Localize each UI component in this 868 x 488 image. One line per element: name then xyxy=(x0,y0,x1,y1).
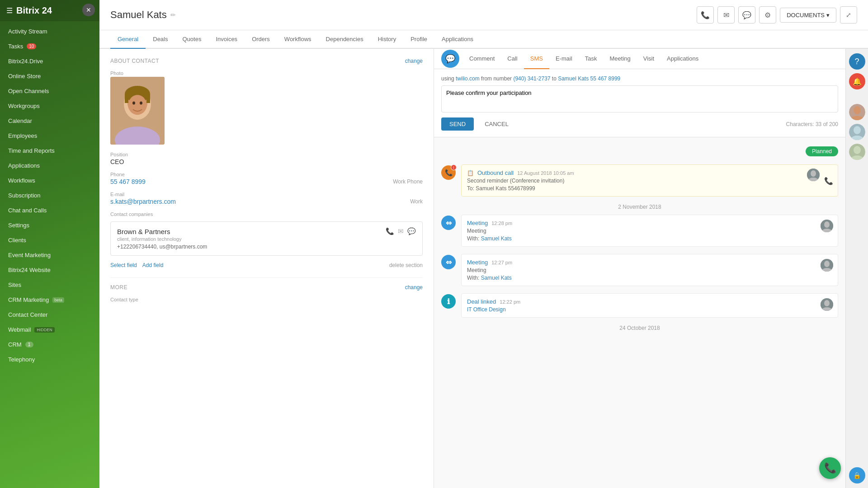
activity-tab-sms[interactable]: SMS xyxy=(524,49,549,69)
email-value[interactable]: s.kats@brpartners.com xyxy=(110,198,176,205)
call-title[interactable]: Outbound call xyxy=(477,169,514,176)
sidebar-item-workflows[interactable]: Workflows xyxy=(0,173,99,188)
meeting2-title[interactable]: Meeting xyxy=(467,259,488,266)
right-sidebar-notification-icon[interactable]: 🔔 xyxy=(849,73,865,89)
sidebar-label: Event Marketing xyxy=(8,252,51,258)
tab-dependencies[interactable]: Dependencies xyxy=(319,30,371,49)
chevron-down-icon: ▾ xyxy=(826,12,830,19)
float-phone-button[interactable]: 📞 xyxy=(819,457,841,479)
sidebar-item-subscription[interactable]: Subscription xyxy=(0,188,99,203)
sidebar-item-webmail[interactable]: Webmail HIDDEN xyxy=(0,322,99,337)
tab-history[interactable]: History xyxy=(371,30,403,49)
sms-from-line: using twilio.com from number (940) 341-2… xyxy=(441,75,838,82)
sms-to-number[interactable]: 55 467 8999 xyxy=(590,75,621,82)
sidebar-item-chat-and-calls[interactable]: Chat and Calls xyxy=(0,203,99,218)
sidebar-item-settings[interactable]: Settings xyxy=(0,218,99,233)
sidebar-item-online-store[interactable]: Online Store xyxy=(0,69,99,84)
tab-orders[interactable]: Orders xyxy=(245,30,277,49)
sms-service-link[interactable]: twilio.com xyxy=(456,75,480,82)
deal-card: Deal linked 12:22 pm IT Office Design xyxy=(461,293,838,318)
documents-label: DOCUMENTS xyxy=(787,12,825,19)
meeting1-dot: ⇔ xyxy=(441,216,456,230)
company-card: Brown & Partners 📞 ✉ 💬 client, informati… xyxy=(110,221,423,256)
svg-rect-4 xyxy=(125,94,128,103)
send-button[interactable]: SEND xyxy=(441,117,474,131)
call-phone-icon[interactable]: 📞 xyxy=(824,176,833,185)
add-field-link[interactable]: Add field xyxy=(142,262,164,268)
sidebar-item-clients[interactable]: Clients xyxy=(0,233,99,248)
sidebar-item-open-channels[interactable]: Open Channels xyxy=(0,84,99,99)
svg-point-23 xyxy=(854,106,861,114)
settings-button[interactable]: ⚙ xyxy=(759,6,776,23)
sms-to-name[interactable]: Samuel Kats xyxy=(558,75,589,82)
tab-applications[interactable]: Applications xyxy=(434,30,481,49)
tab-profile[interactable]: Profile xyxy=(403,30,434,49)
company-phone-icon[interactable]: 📞 xyxy=(386,227,394,235)
company-name[interactable]: Brown & Partners xyxy=(117,228,170,235)
company-email-icon[interactable]: ✉ xyxy=(398,227,404,235)
sidebar: ☰ Bitrix 24 ✕ Activity Stream Tasks 10 B… xyxy=(0,0,99,488)
sidebar-item-workgroups[interactable]: Workgroups xyxy=(0,99,99,113)
activity-tab-task[interactable]: Task xyxy=(579,49,604,69)
tab-invoices[interactable]: Invoices xyxy=(208,30,245,49)
svg-point-6 xyxy=(128,95,146,115)
select-field-link[interactable]: Select field xyxy=(110,262,137,268)
tab-workflows[interactable]: Workflows xyxy=(277,30,319,49)
expand-button[interactable]: ⤢ xyxy=(840,6,857,23)
sidebar-item-telephony[interactable]: Telephony xyxy=(0,352,99,367)
company-comment-icon[interactable]: 💬 xyxy=(407,227,416,235)
sidebar-item-contact-center[interactable]: Contact Center xyxy=(0,307,99,322)
call-button[interactable]: 📞 xyxy=(697,6,714,23)
svg-point-29 xyxy=(854,146,861,154)
sidebar-item-tasks[interactable]: Tasks 10 xyxy=(0,39,99,54)
hamburger-icon[interactable]: ☰ xyxy=(6,6,13,15)
cancel-button[interactable]: CANCEL xyxy=(478,117,515,131)
timeline: Planned 📞 ! 📋 Outbound call 12 August xyxy=(434,137,845,488)
delete-section-link[interactable]: delete section xyxy=(389,262,423,268)
meeting2-sub2: With: Samuel Kats xyxy=(467,275,832,281)
timeline-item-outbound-call: 📞 ! 📋 Outbound call 12 August 2018 10:05… xyxy=(441,164,838,197)
deal-title[interactable]: Deal linked xyxy=(467,298,496,305)
sidebar-close-button[interactable]: ✕ xyxy=(82,4,95,16)
tab-general[interactable]: General xyxy=(110,30,146,49)
email-button[interactable]: ✉ xyxy=(717,6,735,23)
sidebar-item-event-marketing[interactable]: Event Marketing xyxy=(0,248,99,263)
sidebar-item-crm[interactable]: CRM 1 xyxy=(0,337,99,352)
activity-tab-email[interactable]: E-mail xyxy=(549,49,579,69)
meeting1-contact-link[interactable]: Samuel Kats xyxy=(481,235,512,242)
sidebar-item-crm-marketing[interactable]: CRM Marketing beta xyxy=(0,292,99,307)
tab-quotes[interactable]: Quotes xyxy=(175,30,209,49)
tab-deals[interactable]: Deals xyxy=(146,30,175,49)
meeting1-title[interactable]: Meeting xyxy=(467,220,488,226)
deal-sub1: IT Office Design xyxy=(467,306,832,313)
activity-tab-call[interactable]: Call xyxy=(501,49,524,69)
edit-contact-icon[interactable]: ✏ xyxy=(170,11,176,19)
sidebar-label: Employees xyxy=(8,132,37,139)
meeting2-contact-link[interactable]: Samuel Kats xyxy=(481,275,512,281)
right-sidebar-help-icon[interactable]: ? xyxy=(849,53,865,70)
sidebar-item-bitrix24-website[interactable]: Bitrix24 Website xyxy=(0,263,99,277)
sidebar-item-sites[interactable]: Sites xyxy=(0,277,99,292)
sidebar-item-employees[interactable]: Employees xyxy=(0,128,99,143)
documents-button[interactable]: DOCUMENTS ▾ xyxy=(780,8,836,23)
activity-tab-meeting[interactable]: Meeting xyxy=(604,49,637,69)
sidebar-item-time-reports[interactable]: Time and Reports xyxy=(0,143,99,158)
phone-value[interactable]: 55 467 8999 xyxy=(110,178,146,185)
more-change-link[interactable]: change xyxy=(405,284,423,291)
deal-name-link[interactable]: IT Office Design xyxy=(467,306,506,313)
lock-icon[interactable]: 🔒 xyxy=(849,467,865,483)
activity-tab-visit[interactable]: Visit xyxy=(637,49,660,69)
sms-message-input[interactable] xyxy=(441,85,838,113)
sidebar-item-applications[interactable]: Applications xyxy=(0,158,99,173)
sidebar-item-calendar[interactable]: Calendar xyxy=(0,113,99,128)
company-tag: client, information technology xyxy=(117,236,416,242)
sms-from-number[interactable]: (940) 341-2737 xyxy=(513,75,550,82)
timeline-item-meeting1: ⇔ Meeting 12:28 pm Meeting With: Samuel … xyxy=(441,215,838,247)
sidebar-item-bitrix24-drive[interactable]: Bitrix24.Drive xyxy=(0,54,99,69)
comment-button[interactable]: 💬 xyxy=(738,6,755,23)
email-label: E-mail xyxy=(110,192,423,197)
change-link[interactable]: change xyxy=(405,58,423,64)
activity-tab-applications[interactable]: Applications xyxy=(660,49,705,69)
sidebar-item-activity-stream[interactable]: Activity Stream xyxy=(0,24,99,39)
activity-tab-comment[interactable]: Comment xyxy=(463,49,501,69)
